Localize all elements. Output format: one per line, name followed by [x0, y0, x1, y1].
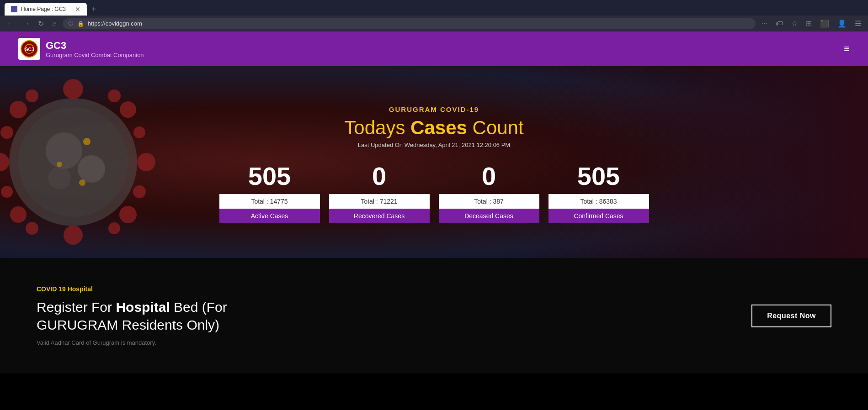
url-display: https://covidggn.com: [88, 20, 750, 27]
hospital-section: COVID 19 Hospital Register For Hospital …: [0, 258, 868, 373]
forward-button[interactable]: →: [20, 19, 32, 29]
browser-tab-bar: Home Page : GC3 ✕ +: [0, 3, 868, 16]
hospital-info: COVID 19 Hospital Register For Hospital …: [37, 285, 227, 346]
stat-card-recovered: 0 Total : 71221 Recovered Cases: [329, 162, 430, 223]
stat-number-confirmed: 505: [548, 162, 649, 190]
stat-label-deceased: Deceased Cases: [439, 209, 539, 223]
site-logo-wrap: GC3 GC3 Gurugram Covid Combat Companion: [18, 38, 144, 60]
svg-text:GC3: GC3: [25, 47, 34, 52]
browser-nav-bar: ← → ↻ ⌂ 🛡 🔒 https://covidggn.com ··· 🏷 ☆…: [0, 16, 868, 32]
browser-menu-button[interactable]: ☰: [852, 18, 863, 29]
back-button[interactable]: ←: [5, 19, 16, 29]
hero-section: GURUGRAM COVID-19 Todays Cases Count Las…: [0, 66, 868, 258]
stat-number-recovered: 0: [329, 162, 430, 190]
site-title: GC3: [46, 40, 144, 52]
stat-number-deceased: 0: [439, 162, 539, 190]
profile-button[interactable]: 👤: [835, 18, 849, 29]
home-button[interactable]: ⌂: [50, 19, 59, 29]
stat-total-active: Total : 14775: [219, 194, 320, 209]
hero-title-highlight: Cases: [410, 117, 467, 138]
stat-card-deceased: 0 Total : 387 Deceased Cases: [439, 162, 539, 223]
site-brand: GC3 Gurugram Covid Combat Companion: [46, 40, 144, 58]
stat-label-active: Active Cases: [219, 209, 320, 223]
shield-icon: 🛡: [68, 21, 74, 27]
tabs-button[interactable]: ⬛: [818, 18, 831, 29]
extensions-icon: ⊞: [804, 18, 814, 29]
more-button[interactable]: ···: [759, 19, 770, 29]
star-button[interactable]: ☆: [789, 18, 800, 29]
tab-title: Home Page : GC3: [21, 6, 66, 12]
reload-button[interactable]: ↻: [36, 18, 46, 29]
stat-label-recovered: Recovered Cases: [329, 209, 430, 223]
site-subtitle: Gurugram Covid Combat Companion: [46, 52, 144, 58]
stat-card-confirmed: 505 Total : 86383 Confirmed Cases: [548, 162, 649, 223]
site-logo: GC3: [18, 38, 40, 60]
tab-favicon: [11, 6, 17, 12]
browser-tab[interactable]: Home Page : GC3 ✕: [5, 3, 87, 16]
new-tab-button[interactable]: +: [87, 5, 101, 14]
stat-label-confirmed: Confirmed Cases: [548, 209, 649, 223]
hospital-title-prefix: Register For: [37, 300, 116, 315]
stat-total-deceased: Total : 387: [439, 194, 539, 209]
pocket-icon: 🏷: [773, 19, 785, 29]
hero-title: Todays Cases Count: [9, 117, 859, 139]
address-bar[interactable]: 🛡 🔒 https://covidggn.com: [63, 18, 756, 29]
request-now-button[interactable]: Request Now: [751, 305, 831, 327]
hero-title-suffix: Count: [467, 117, 524, 138]
site-header: GC3 GC3 Gurugram Covid Combat Companion …: [0, 32, 868, 66]
browser-chrome: Home Page : GC3 ✕ + ← → ↻ ⌂ 🛡 🔒 https://…: [0, 0, 868, 32]
hero-last-updated: Last Updated On Wednesday, April 21, 202…: [9, 142, 859, 148]
lock-icon: 🔒: [77, 21, 84, 27]
stat-number-active: 505: [219, 162, 320, 190]
stat-total-confirmed: Total : 86383: [548, 194, 649, 209]
hero-content: GURUGRAM COVID-19 Todays Cases Count Las…: [0, 92, 868, 232]
hamburger-menu[interactable]: ≡: [844, 43, 850, 55]
stat-total-recovered: Total : 71221: [329, 194, 430, 209]
logo-svg: GC3: [20, 40, 38, 58]
tab-close-button[interactable]: ✕: [75, 5, 80, 13]
hospital-title-highlight: Hospital: [116, 300, 170, 315]
stats-row: 505 Total : 14775 Active Cases 0 Total :…: [183, 162, 686, 223]
hero-title-prefix: Todays: [344, 117, 410, 138]
hospital-title: Register For Hospital Bed (ForGURUGRAM R…: [37, 298, 227, 334]
stat-card-active: 505 Total : 14775 Active Cases: [219, 162, 320, 223]
hospital-tag: COVID 19 Hospital: [37, 285, 227, 293]
hero-label: GURUGRAM COVID-19: [9, 105, 859, 113]
hospital-note: Valid Aadhar Card of Gurugram is mandato…: [37, 339, 227, 346]
